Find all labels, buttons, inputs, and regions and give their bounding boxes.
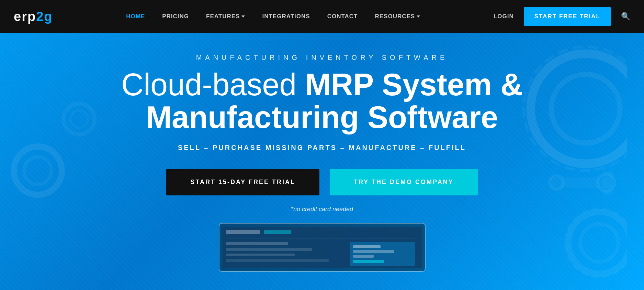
hero-title-line2: Manufacturing Software xyxy=(146,100,498,135)
hero-section: MANUFACTURING INVENTORY SOFTWARE Cloud-b… xyxy=(0,33,644,290)
nav-item-resources[interactable]: RESOURCES xyxy=(375,13,420,20)
nav-link-pricing[interactable]: PRICING xyxy=(162,13,189,20)
svg-rect-21 xyxy=(226,254,295,256)
chevron-down-icon xyxy=(417,15,420,18)
svg-point-0 xyxy=(531,54,627,164)
search-icon[interactable]: 🔍 xyxy=(621,12,630,21)
nav-link-home[interactable]: HOME xyxy=(126,13,145,20)
svg-rect-22 xyxy=(226,259,329,262)
svg-point-10 xyxy=(14,147,62,195)
svg-rect-20 xyxy=(226,248,312,251)
svg-point-2 xyxy=(524,47,627,171)
hero-buttons: START 15-DAY FREE TRIAL TRY THE DEMO COM… xyxy=(166,169,477,195)
nav-item-integrations[interactable]: INTEGRATIONS xyxy=(262,13,310,20)
svg-point-11 xyxy=(24,157,52,184)
start-trial-button[interactable]: START 15-DAY FREE TRIAL xyxy=(166,169,319,195)
svg-rect-16 xyxy=(226,230,260,234)
svg-rect-18 xyxy=(226,238,415,238)
svg-point-12 xyxy=(64,104,94,135)
login-link[interactable]: LOGIN xyxy=(494,13,514,20)
hero-content: MANUFACTURING INVENTORY SOFTWARE Cloud-b… xyxy=(121,54,523,280)
svg-rect-26 xyxy=(353,255,374,258)
navbar-right: LOGIN START FREE TRIAL 🔍 xyxy=(494,7,630,26)
screenshot-svg xyxy=(202,223,442,278)
svg-point-1 xyxy=(551,74,620,143)
nav-item-pricing[interactable]: PRICING xyxy=(162,13,189,20)
no-credit-card-text: *no credit card needed xyxy=(291,206,353,213)
logo-2g: 2g xyxy=(36,9,53,24)
svg-point-13 xyxy=(70,110,88,128)
svg-rect-27 xyxy=(353,260,384,263)
svg-rect-24 xyxy=(353,245,381,248)
nav-item-features[interactable]: FEATURES xyxy=(206,13,245,20)
svg-rect-17 xyxy=(264,230,291,234)
hero-title: Cloud-based MRP System & Manufacturing S… xyxy=(121,68,523,133)
hero-title-bold: MRP System & xyxy=(305,67,523,102)
logo-erp: erp xyxy=(14,9,36,24)
nav-link-integrations[interactable]: INTEGRATIONS xyxy=(262,13,310,20)
hero-title-light: Cloud-based xyxy=(121,67,305,102)
hero-tagline: SELL – PURCHASE MISSING PARTS – MANUFACT… xyxy=(178,144,466,152)
svg-rect-19 xyxy=(226,242,288,245)
logo[interactable]: erp2g xyxy=(14,9,53,24)
nav-link-resources[interactable]: RESOURCES xyxy=(375,13,420,20)
start-free-trial-button[interactable]: START FREE TRIAL xyxy=(524,7,611,26)
demo-company-button[interactable]: TRY THE DEMO COMPANY xyxy=(330,169,478,195)
nav-item-contact[interactable]: CONTACT xyxy=(327,13,358,20)
nav-item-home[interactable]: HOME xyxy=(126,13,145,20)
nav-link-features[interactable]: FEATURES xyxy=(206,13,245,20)
svg-rect-25 xyxy=(353,250,394,253)
hero-screenshot xyxy=(202,223,442,280)
gear-deco-left xyxy=(10,67,131,274)
chevron-down-icon xyxy=(241,15,245,18)
hero-subtitle: MANUFACTURING INVENTORY SOFTWARE xyxy=(196,54,448,62)
nav-link-contact[interactable]: CONTACT xyxy=(327,13,358,20)
navbar: erp2g HOME PRICING FEATURES INTEGRATIONS… xyxy=(0,0,644,33)
nav-links: HOME PRICING FEATURES INTEGRATIONS CONTA… xyxy=(126,13,420,20)
svg-point-8 xyxy=(580,224,618,262)
